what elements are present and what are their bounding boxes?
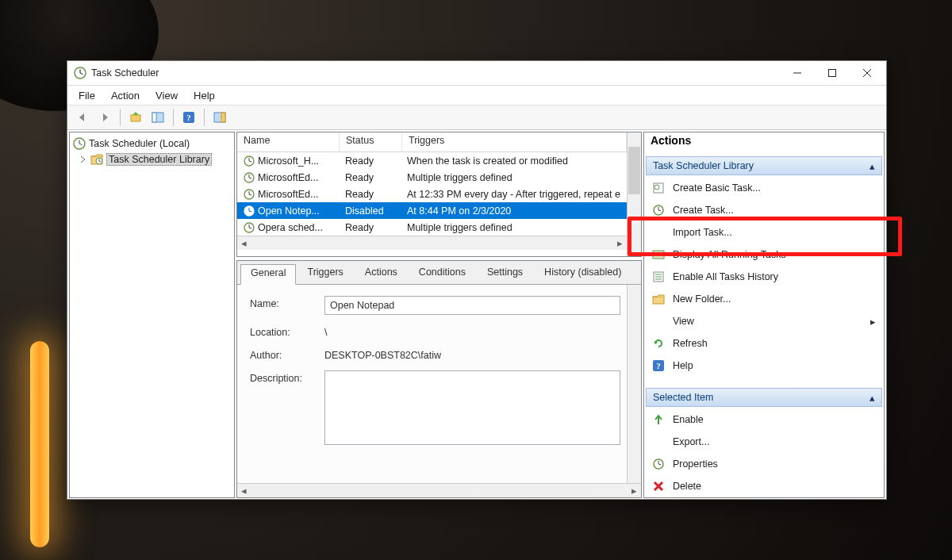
titlebar: Task Scheduler [67,61,886,86]
menubar: File Action View Help [67,86,886,105]
expand-icon[interactable] [79,155,87,163]
history-icon [652,270,665,283]
description-label: Description: [250,370,320,445]
svg-rect-36 [654,183,663,193]
tree-library-label: Task Scheduler Library [106,153,212,166]
location-label: Location: [250,324,320,338]
location-value: \ [324,324,620,338]
task-row[interactable]: Opera sched...ReadyMultiple triggers def… [237,219,627,236]
svg-text:?: ? [656,361,661,370]
chevron-right-icon: ▸ [870,316,876,328]
app-icon [74,67,86,79]
action-new-folder[interactable]: New Folder... [644,288,884,310]
action-enable-history[interactable]: Enable All Tasks History [644,266,884,288]
action-refresh[interactable]: Refresh [644,332,884,355]
tab-triggers[interactable]: Triggers [297,263,353,284]
action-properties[interactable]: Properties [644,453,884,475]
col-status[interactable]: Status [340,132,402,152]
import-icon [652,226,665,239]
toolbar: ? [67,105,886,130]
menu-file[interactable]: File [71,88,103,103]
action-create-basic-task[interactable]: Create Basic Task... [644,177,884,199]
detail-hscrollbar[interactable]: ◂▸ [237,483,641,497]
name-field[interactable]: Open Notepad [324,296,620,315]
author-value: DESKTOP-0BST82C\fatiw [324,347,620,361]
task-list-header: Name Status Triggers [237,132,627,152]
tab-actions[interactable]: Actions [355,263,408,284]
action-help[interactable]: ? Help [644,355,884,377]
tab-general[interactable]: General [240,264,296,285]
actions-section-library[interactable]: Task Scheduler Library▴ [646,156,882,175]
running-icon [652,248,665,261]
actions-section-selected[interactable]: Selected Item▴ [646,388,882,407]
tree-root[interactable]: Task Scheduler (Local) [71,136,232,152]
window-title: Task Scheduler [91,67,780,79]
forward-button[interactable] [94,107,115,128]
tab-settings[interactable]: Settings [477,263,533,284]
help-icon: ? [652,359,665,372]
menu-action[interactable]: Action [103,88,148,103]
create-basic-icon [652,182,665,194]
col-name[interactable]: Name [237,132,340,152]
collapse-icon: ▴ [869,160,875,172]
tree-pane: Task Scheduler (Local) Task Scheduler Li… [69,132,235,498]
menu-view[interactable]: View [148,88,186,103]
action-display-running[interactable]: Display All Running Tasks [644,244,884,266]
folder-icon [652,293,665,305]
create-task-icon [652,204,665,217]
task-row[interactable]: MicrosoftEd...ReadyMultiple triggers def… [237,169,627,186]
vscrollbar[interactable] [627,132,641,256]
task-scheduler-window: Task Scheduler File Action View Help ? [67,60,887,500]
task-row[interactable]: Open Notep...DisabledAt 8:44 PM on 2/3/2… [237,202,627,219]
refresh-icon [652,337,665,350]
close-button[interactable] [850,61,885,85]
author-label: Author: [250,347,320,361]
tree-root-label: Task Scheduler (Local) [89,138,190,149]
menu-help[interactable]: Help [186,88,223,103]
svg-rect-13 [221,113,225,122]
svg-text:?: ? [186,113,191,122]
svg-rect-41 [653,251,664,259]
col-triggers[interactable]: Triggers [402,132,627,152]
enable-icon [652,413,665,426]
task-list[interactable]: Name Status Triggers Microsoft_H...Ready… [236,132,642,257]
svg-rect-4 [829,70,836,77]
hscrollbar[interactable]: ◂▸ [237,236,627,250]
maximize-button[interactable] [815,61,850,85]
minimize-button[interactable] [780,61,815,85]
tab-history[interactable]: History (disabled) [534,263,631,284]
actions-pane: Actions Task Scheduler Library▴ Create B… [643,132,885,498]
up-button[interactable] [125,107,146,128]
name-label: Name: [250,296,320,315]
description-field[interactable] [324,370,620,445]
svg-rect-47 [653,297,664,304]
tabs: General Triggers Actions Conditions Sett… [237,261,641,285]
help-button[interactable]: ? [178,107,199,128]
tree-library[interactable]: Task Scheduler Library [71,152,232,167]
back-button[interactable] [72,107,93,128]
task-row[interactable]: MicrosoftEd...ReadyAt 12:33 PM every day… [237,186,627,202]
action-create-task[interactable]: Create Task... [644,199,884,221]
action-view[interactable]: View ▸ [644,310,884,332]
delete-icon [652,480,665,493]
action-export[interactable]: Export... [644,431,884,453]
svg-rect-7 [131,115,140,121]
properties-icon [652,458,665,470]
show-action-pane-button[interactable] [209,107,230,128]
collapse-icon: ▴ [869,392,875,404]
detail-vscrollbar[interactable] [627,285,641,483]
action-enable[interactable]: Enable [644,408,884,431]
task-row[interactable]: Microsoft_H...ReadyWhen the task is crea… [237,152,627,169]
detail-pane: General Triggers Actions Conditions Sett… [236,260,642,498]
tab-conditions[interactable]: Conditions [409,263,476,284]
action-import-task[interactable]: Import Task... [644,221,884,244]
action-delete[interactable]: Delete [644,475,884,497]
svg-rect-9 [152,113,156,122]
actions-title: Actions [644,132,884,155]
show-hide-tree-button[interactable] [148,107,168,128]
